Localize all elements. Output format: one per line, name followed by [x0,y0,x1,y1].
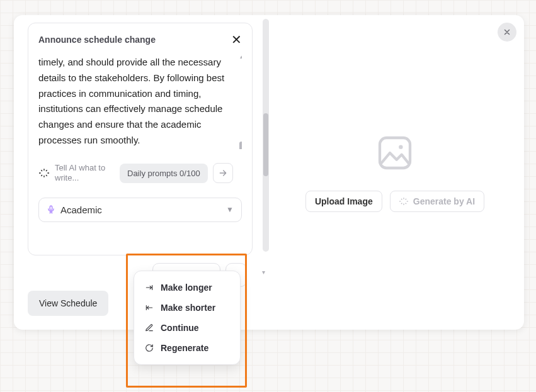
mic-icon [47,205,55,214]
upload-image-label: Upload Image [315,196,373,206]
svg-point-2 [399,145,402,148]
editor-header: Announce schedule change ✕ [38,33,242,46]
body-scrollbar-thumb[interactable] [239,142,242,149]
svg-rect-0 [50,206,52,210]
tone-value: Academic [60,204,102,215]
caret-down-icon[interactable]: ▾ [262,269,265,276]
menu-regenerate[interactable]: Regenerate [137,338,237,358]
tone-select-left: Academic [47,204,102,215]
editor-title: Announce schedule change [38,35,156,45]
editor-card: Announce schedule change ✕ ▴ timely, and… [28,23,253,255]
view-schedule-button[interactable]: View Schedule [28,291,108,316]
make-longer-icon [144,283,154,292]
editor-body[interactable]: ▴ timely, and should provide all the nec… [38,55,242,149]
continue-icon [144,323,154,332]
view-schedule-wrap: View Schedule [28,291,108,316]
accept-dropdown-menu: Make longer Make shorter Continue Regene… [134,271,241,365]
upload-image-button[interactable]: Upload Image [305,191,382,212]
menu-continue[interactable]: Continue [137,318,237,338]
make-shorter-icon [144,303,154,312]
tone-select[interactable]: Academic ▼ [38,198,242,222]
modal-close-button[interactable] [498,23,516,42]
right-panel: Upload Image Generate by AI [266,15,524,330]
menu-make-shorter[interactable]: Make shorter [137,298,237,318]
image-placeholder-icon [375,133,415,173]
menu-regenerate-label: Regenerate [161,343,208,353]
modal: Announce schedule change ✕ ▴ timely, and… [14,15,524,330]
menu-make-shorter-label: Make shorter [161,303,215,313]
sparkle-icon [399,197,408,206]
editor-body-text: timely, and should provide all the neces… [38,57,224,145]
svg-rect-1 [380,138,410,168]
right-inner: Upload Image Generate by AI [305,133,484,212]
sparkle-icon [38,167,50,179]
generate-by-ai-button[interactable]: Generate by AI [390,191,484,212]
menu-make-longer-label: Make longer [161,283,212,293]
regenerate-icon [144,344,154,352]
daily-prompts-pill: Daily prompts 0/100 [120,164,208,183]
caret-up-icon[interactable]: ▴ [240,55,242,62]
right-buttons: Upload Image Generate by AI [305,191,484,212]
menu-continue-label: Continue [161,323,199,333]
prompt-row: Tell AI what to write... Daily prompts 0… [38,163,242,184]
generate-by-ai-label: Generate by AI [413,196,475,206]
prompt-label[interactable]: Tell AI what to write... [55,163,115,184]
send-button[interactable] [213,163,233,183]
chevron-down-icon: ▼ [226,205,234,214]
close-icon[interactable]: ✕ [231,33,242,46]
menu-make-longer[interactable]: Make longer [137,277,237,298]
